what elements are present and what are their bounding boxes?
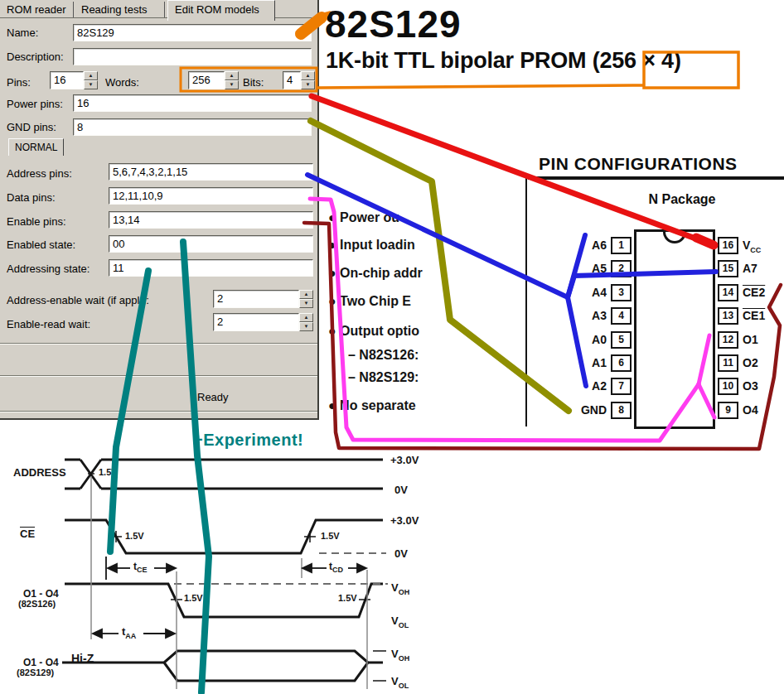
pin-box: 13 — [718, 307, 738, 325]
pin-label-text: O4 — [743, 403, 758, 417]
arrowhead — [108, 564, 117, 572]
name-input[interactable]: 82S129 — [73, 24, 312, 41]
o1-o4-row-label: O1 - O4 — [23, 657, 59, 668]
power-pins-label: Power pins: — [7, 98, 63, 110]
gnd-pins-label: GND pins: — [7, 121, 56, 133]
pins-label: Pins: — [7, 76, 31, 89]
spin-up-icon[interactable]: ▲ — [301, 71, 315, 80]
enable-pins-input[interactable]: 13,14 — [109, 211, 313, 229]
v-sub: OL — [399, 621, 409, 629]
dip-chip-body — [634, 229, 715, 429]
spin-up-icon[interactable]: ▲ — [84, 71, 98, 80]
pins-value[interactable]: 16 — [50, 71, 84, 89]
pin-label: A2 — [572, 379, 607, 393]
spin-up-icon[interactable]: ▲ — [299, 290, 313, 299]
ce-row-label: CE — [20, 528, 35, 540]
description-label: Description: — [7, 51, 64, 63]
datasheet-title: 82S129 — [325, 2, 462, 46]
address-enable-wait-value[interactable]: 2 — [213, 290, 299, 308]
feature-text: Input loadin — [340, 238, 415, 252]
words-value[interactable]: 256 — [188, 71, 225, 89]
gnd-pins-input[interactable]: 8 — [73, 118, 312, 136]
v-label: V — [391, 648, 399, 660]
name-label: Name: — [7, 27, 38, 39]
pins-spin-buttons[interactable]: ▲ ▼ — [84, 71, 98, 89]
pin-label: GND — [572, 403, 607, 417]
enable-read-wait-value[interactable]: 2 — [213, 313, 299, 331]
spin-down-icon[interactable]: ▼ — [299, 299, 313, 308]
feature-item: ● On-chip addr — [328, 266, 524, 281]
feature-subitem: – N82S126: — [348, 348, 524, 363]
bullet-icon: ● — [328, 294, 340, 308]
feature-item: ● Two Chip E — [328, 294, 524, 309]
pin-label: CE2 — [743, 286, 765, 299]
address-pins-input[interactable]: 5,6,7,4,3,2,1,15 — [109, 163, 313, 181]
addressing-state-input[interactable]: 11 — [109, 259, 313, 277]
bus-level-ticks — [373, 651, 386, 681]
bullet-icon: ● — [328, 398, 340, 412]
taa-span-label: tAA — [122, 625, 136, 640]
address-left-stubs — [65, 460, 80, 489]
threshold-label: 1.5V — [99, 467, 118, 477]
pin-box: 12 — [718, 331, 738, 349]
package-label: N Package — [636, 192, 728, 207]
tab-rom-reader[interactable]: ROM reader — [0, 2, 74, 18]
description-input[interactable] — [73, 48, 312, 65]
feature-item: ● Output optio — [328, 324, 524, 339]
spin-up-icon[interactable]: ▲ — [225, 71, 239, 80]
spin-down-icon[interactable]: ▼ — [225, 80, 239, 89]
device-82s129-label: (82S129) — [17, 667, 54, 677]
hiz-label: Hi-Z — [71, 652, 94, 665]
address-enable-wait-label: Address-enable wait (if appl.): — [7, 294, 149, 306]
feature-text: Two Chip E — [340, 294, 411, 308]
pin-label: A3 — [572, 309, 607, 322]
tab-reading-tests[interactable]: Reading tests — [75, 2, 165, 18]
voh-label: VOH — [391, 581, 409, 596]
pin-label: A5 — [572, 262, 607, 275]
arrowhead — [302, 564, 312, 572]
arrowhead — [93, 629, 102, 638]
threshold-label: 1.5V — [184, 593, 203, 603]
address-enable-wait-stepper[interactable]: 2 ▲ ▼ — [213, 290, 313, 308]
bits-spin-buttons[interactable]: ▲ ▼ — [301, 71, 315, 89]
pins-stepper[interactable]: 16 ▲ ▼ — [50, 71, 98, 89]
spin-down-icon[interactable]: ▼ — [301, 80, 315, 89]
tab-normal-mode[interactable]: NORMAL — [8, 138, 64, 156]
pin-label-text: O1 — [743, 333, 758, 346]
bits-stepper[interactable]: 4 ▲ ▼ — [283, 71, 315, 89]
tab-edit-rom-models[interactable]: Edit ROM models — [167, 0, 275, 21]
device-82s126-label: (82S126) — [18, 599, 56, 609]
t-sub: CD — [332, 566, 343, 574]
separator — [0, 343, 317, 345]
bits-value[interactable]: 4 — [283, 71, 301, 89]
words-label: Words: — [105, 76, 139, 89]
data-pins-label: Data pins: — [7, 191, 56, 204]
v-sub: OH — [399, 654, 410, 663]
tcd-span-label: tCD — [329, 561, 343, 574]
pin-config-heading: PIN CONFIGURATIONS — [539, 154, 738, 174]
v-label: V — [391, 581, 399, 594]
pin-label: VCC — [743, 239, 761, 254]
power-pins-input[interactable]: 16 — [73, 94, 312, 112]
pin-label: A7 — [743, 262, 757, 275]
spin-down-icon[interactable]: ▼ — [299, 322, 313, 331]
spin-down-icon[interactable]: ▼ — [84, 80, 98, 89]
pin-box: 11 — [718, 354, 738, 372]
bullet-icon: ● — [328, 266, 340, 280]
address-levels — [101, 460, 383, 489]
data-pins-input[interactable]: 12,11,10,9 — [109, 187, 313, 205]
spin-buttons[interactable]: ▲ ▼ — [299, 290, 313, 308]
words-stepper[interactable]: 256 ▲ ▼ — [188, 71, 239, 89]
arrowhead — [357, 564, 366, 572]
enable-read-wait-stepper[interactable]: 2 ▲ ▼ — [213, 313, 313, 331]
pin-box: 7 — [611, 378, 632, 395]
spin-buttons[interactable]: ▲ ▼ — [299, 313, 313, 331]
pin-box: 6 — [611, 354, 632, 372]
enabled-state-input[interactable]: 00 — [109, 235, 313, 253]
pin-box: 15 — [718, 260, 738, 277]
words-spin-buttons[interactable]: ▲ ▼ — [225, 71, 239, 89]
level-0v-label: 0V — [394, 547, 408, 560]
pin-box: 5 — [611, 331, 632, 349]
spin-up-icon[interactable]: ▲ — [299, 313, 313, 322]
feature-text: – N82S129: — [348, 370, 419, 384]
